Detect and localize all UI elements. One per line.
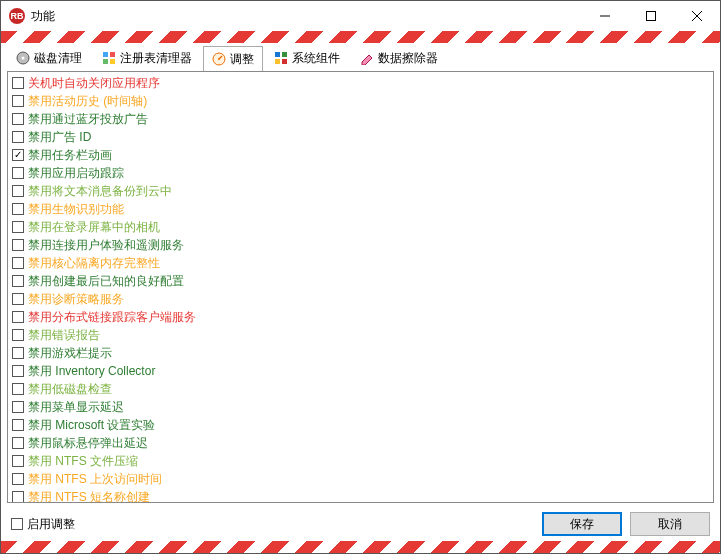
- item-label[interactable]: 禁用分布式链接跟踪客户端服务: [28, 308, 196, 326]
- item-label[interactable]: 禁用通过蓝牙投放广告: [28, 110, 148, 128]
- list-item: 禁用鼠标悬停弹出延迟: [8, 434, 713, 452]
- item-label[interactable]: 禁用 NTFS 上次访问时间: [28, 470, 162, 488]
- list-item: 禁用 NTFS 短名称创建: [8, 488, 713, 502]
- window-controls: [582, 1, 720, 31]
- maximize-button[interactable]: [628, 1, 674, 31]
- item-checkbox[interactable]: [12, 293, 24, 305]
- svg-rect-10: [282, 52, 287, 57]
- app-icon: RB: [9, 8, 25, 24]
- window-title: 功能: [31, 8, 582, 25]
- tab-label: 注册表清理器: [120, 50, 192, 67]
- item-checkbox[interactable]: [12, 401, 24, 413]
- item-checkbox[interactable]: [12, 473, 24, 485]
- minimize-button[interactable]: [582, 1, 628, 31]
- item-label[interactable]: 禁用生物识别功能: [28, 200, 124, 218]
- item-checkbox[interactable]: [12, 185, 24, 197]
- registry-icon: [102, 51, 116, 65]
- svg-rect-5: [103, 59, 108, 64]
- options-list[interactable]: 关机时自动关闭应用程序禁用活动历史 (时间轴)禁用通过蓝牙投放广告禁用广告 ID…: [8, 72, 713, 502]
- list-item: 禁用诊断策略服务: [8, 290, 713, 308]
- list-item: 禁用 NTFS 上次访问时间: [8, 470, 713, 488]
- list-item: 禁用低磁盘检查: [8, 380, 713, 398]
- item-label[interactable]: 禁用活动历史 (时间轴): [28, 92, 147, 110]
- item-checkbox[interactable]: [12, 221, 24, 233]
- tab-components[interactable]: 系统组件: [265, 45, 349, 71]
- svg-rect-6: [110, 59, 115, 64]
- item-label[interactable]: 禁用将文本消息备份到云中: [28, 182, 172, 200]
- item-checkbox[interactable]: [12, 329, 24, 341]
- list-item: 禁用广告 ID: [8, 128, 713, 146]
- item-checkbox[interactable]: [12, 203, 24, 215]
- item-label[interactable]: 禁用连接用户体验和遥测服务: [28, 236, 184, 254]
- enable-tweak-checkbox[interactable]: [11, 518, 23, 530]
- components-icon: [274, 51, 288, 65]
- item-checkbox[interactable]: [12, 347, 24, 359]
- item-checkbox[interactable]: [12, 455, 24, 467]
- svg-point-8: [218, 58, 220, 60]
- footer: 启用调整 保存 取消: [1, 507, 720, 541]
- item-checkbox[interactable]: [12, 149, 24, 161]
- list-item: 禁用应用启动跟踪: [8, 164, 713, 182]
- svg-rect-3: [103, 52, 108, 57]
- item-checkbox[interactable]: [12, 491, 24, 502]
- item-label[interactable]: 禁用诊断策略服务: [28, 290, 124, 308]
- tab-label: 数据擦除器: [378, 50, 438, 67]
- item-label[interactable]: 禁用在登录屏幕中的相机: [28, 218, 160, 236]
- item-checkbox[interactable]: [12, 95, 24, 107]
- item-checkbox[interactable]: [12, 77, 24, 89]
- item-label[interactable]: 禁用鼠标悬停弹出延迟: [28, 434, 148, 452]
- enable-tweak-label: 启用调整: [27, 516, 75, 533]
- item-checkbox[interactable]: [12, 275, 24, 287]
- list-item: 禁用 Microsoft 设置实验: [8, 416, 713, 434]
- item-checkbox[interactable]: [12, 437, 24, 449]
- tab-registry[interactable]: 注册表清理器: [93, 45, 201, 71]
- tune-icon: [212, 52, 226, 66]
- tab-eraser[interactable]: 数据擦除器: [351, 45, 447, 71]
- item-checkbox[interactable]: [12, 419, 24, 431]
- item-label[interactable]: 禁用任务栏动画: [28, 146, 112, 164]
- tab-label: 系统组件: [292, 50, 340, 67]
- item-label[interactable]: 禁用应用启动跟踪: [28, 164, 124, 182]
- item-checkbox[interactable]: [12, 167, 24, 179]
- item-label[interactable]: 禁用菜单显示延迟: [28, 398, 124, 416]
- list-item: 禁用错误报告: [8, 326, 713, 344]
- item-checkbox[interactable]: [12, 239, 24, 251]
- tab-label: 调整: [230, 51, 254, 68]
- disk-icon: [16, 51, 30, 65]
- item-label[interactable]: 禁用低磁盘检查: [28, 380, 112, 398]
- save-button[interactable]: 保存: [542, 512, 622, 536]
- item-label[interactable]: 禁用 Inventory Collector: [28, 362, 155, 380]
- list-item: 禁用菜单显示延迟: [8, 398, 713, 416]
- eraser-icon: [360, 51, 374, 65]
- list-item: 禁用生物识别功能: [8, 200, 713, 218]
- item-label[interactable]: 禁用游戏栏提示: [28, 344, 112, 362]
- list-item: 禁用游戏栏提示: [8, 344, 713, 362]
- item-checkbox[interactable]: [12, 383, 24, 395]
- item-checkbox[interactable]: [12, 131, 24, 143]
- close-button[interactable]: [674, 1, 720, 31]
- bottom-stripe: [1, 541, 720, 553]
- tab-disk[interactable]: 磁盘清理: [7, 45, 91, 71]
- options-panel: 关机时自动关闭应用程序禁用活动历史 (时间轴)禁用通过蓝牙投放广告禁用广告 ID…: [7, 71, 714, 503]
- item-checkbox[interactable]: [12, 257, 24, 269]
- item-label[interactable]: 禁用 Microsoft 设置实验: [28, 416, 155, 434]
- item-checkbox[interactable]: [12, 365, 24, 377]
- tab-tune[interactable]: 调整: [203, 46, 263, 72]
- svg-rect-9: [275, 52, 280, 57]
- titlebar: RB 功能: [1, 1, 720, 31]
- item-label[interactable]: 禁用 NTFS 文件压缩: [28, 452, 138, 470]
- item-label[interactable]: 禁用错误报告: [28, 326, 100, 344]
- item-checkbox[interactable]: [12, 311, 24, 323]
- tab-label: 磁盘清理: [34, 50, 82, 67]
- item-label[interactable]: 禁用创建最后已知的良好配置: [28, 272, 184, 290]
- item-label[interactable]: 禁用 NTFS 短名称创建: [28, 488, 150, 502]
- item-label[interactable]: 关机时自动关闭应用程序: [28, 74, 160, 92]
- item-label[interactable]: 禁用广告 ID: [28, 128, 91, 146]
- list-item: 禁用 Inventory Collector: [8, 362, 713, 380]
- cancel-button[interactable]: 取消: [630, 512, 710, 536]
- item-label[interactable]: 禁用核心隔离内存完整性: [28, 254, 160, 272]
- item-checkbox[interactable]: [12, 113, 24, 125]
- list-item: 禁用创建最后已知的良好配置: [8, 272, 713, 290]
- svg-rect-0: [647, 12, 656, 21]
- svg-rect-11: [275, 59, 280, 64]
